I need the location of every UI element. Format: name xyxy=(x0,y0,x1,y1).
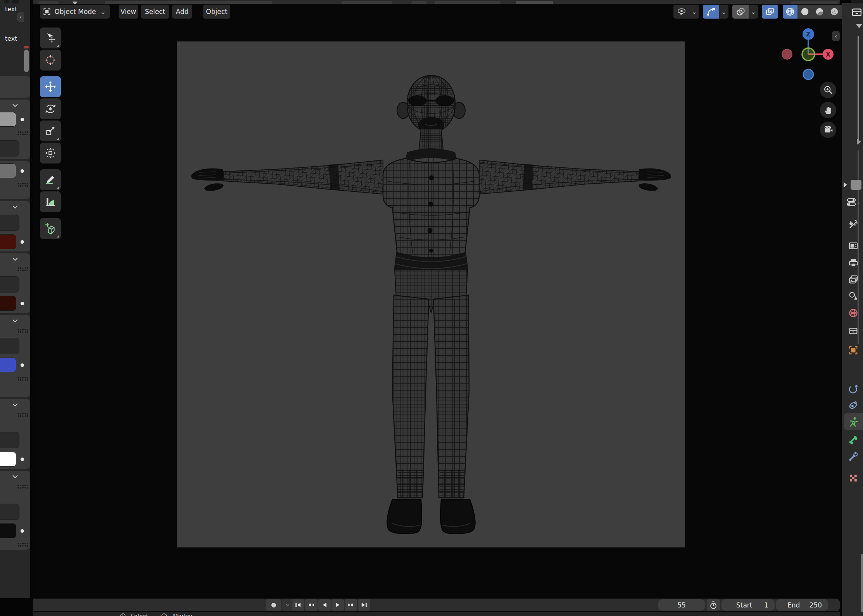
panel-input-field[interactable] xyxy=(0,138,30,158)
color-swatch[interactable] xyxy=(0,162,30,180)
color-swatch[interactable] xyxy=(0,356,30,374)
disclosure-down-icon[interactable] xyxy=(856,24,862,28)
section-chevron-icon[interactable] xyxy=(0,400,30,410)
xray-icon[interactable] xyxy=(762,5,778,19)
shading-rendered-icon[interactable] xyxy=(827,5,842,19)
play-reverse-button[interactable] xyxy=(318,599,331,611)
sidebar-collapse-icon[interactable]: ‹ xyxy=(832,31,840,41)
color-swatch[interactable] xyxy=(0,450,30,468)
shading-solid-icon[interactable] xyxy=(797,5,812,19)
link-dot[interactable] xyxy=(21,529,24,533)
color-swatch[interactable] xyxy=(0,522,30,540)
tool-annotate[interactable] xyxy=(40,169,61,190)
properties-tab-tool-icon[interactable] xyxy=(844,215,863,232)
camera-view-button[interactable] xyxy=(820,122,836,138)
frame-start-field[interactable]: Start 1 xyxy=(721,599,775,611)
drag-grip[interactable] xyxy=(0,410,30,419)
panel-input-field[interactable] xyxy=(0,335,30,356)
properties-tab-collection-icon[interactable] xyxy=(844,322,863,339)
link-dot[interactable] xyxy=(21,118,24,121)
properties-tab-texture-icon[interactable] xyxy=(844,470,863,487)
tool-cursor[interactable] xyxy=(40,50,61,71)
shading-material-preview-icon[interactable] xyxy=(812,5,827,19)
disclosure-right-icon[interactable] xyxy=(857,139,861,145)
auto-keying-stopwatch-button[interactable] xyxy=(707,599,720,611)
drag-grip[interactable] xyxy=(0,180,30,189)
properties-tab-editor-type-icon[interactable]: ⌄ xyxy=(844,194,863,211)
section-chevron-icon[interactable] xyxy=(0,100,30,110)
link-dot[interactable] xyxy=(21,458,24,461)
next-keyframe-button[interactable] xyxy=(345,599,357,611)
link-dot[interactable] xyxy=(21,240,24,244)
frame-end-field[interactable]: End 250 xyxy=(776,599,828,611)
shading-mode-switch[interactable]: ⌄ xyxy=(783,5,851,19)
properties-tab-object-data-icon[interactable] xyxy=(844,413,863,430)
properties-tab-physics-icon[interactable] xyxy=(844,380,863,397)
properties-tab-bone-constraint-icon[interactable] xyxy=(844,448,863,465)
overlays-toggle[interactable]: ⌄ xyxy=(732,5,758,19)
outliner-object-icon[interactable] xyxy=(851,180,861,190)
menu-view[interactable]: View xyxy=(119,5,138,19)
panel-input-field[interactable] xyxy=(0,429,30,450)
panel-input-field[interactable] xyxy=(0,501,30,522)
play-button[interactable] xyxy=(331,599,344,611)
tool-transform[interactable] xyxy=(40,143,61,163)
chevron-down-icon[interactable]: ⌄ xyxy=(719,5,728,19)
properties-tab-constraints-icon[interactable] xyxy=(844,397,863,414)
properties-tab-bone-icon[interactable] xyxy=(844,431,863,448)
current-frame-field[interactable]: 55 xyxy=(658,599,705,611)
section-chevron-icon[interactable] xyxy=(0,202,30,212)
link-dot[interactable] xyxy=(21,302,24,305)
zoom-button[interactable] xyxy=(820,82,836,98)
eye-icon[interactable] xyxy=(673,5,690,19)
axis-z-negative-ball[interactable] xyxy=(803,69,813,79)
eye-toggle[interactable]: ⌄ xyxy=(673,5,699,19)
shading-wireframe-icon[interactable] xyxy=(783,5,797,19)
link-dot[interactable] xyxy=(21,169,24,173)
menu-add[interactable]: Add xyxy=(172,5,192,19)
outliner-scrollbar[interactable] xyxy=(858,36,859,143)
section-chevron-icon[interactable] xyxy=(0,254,30,264)
menu-select[interactable]: Select xyxy=(141,5,169,19)
drag-grip[interactable] xyxy=(0,264,30,274)
marker-menu[interactable]: Marker xyxy=(173,613,193,616)
section-chevron-icon[interactable] xyxy=(0,471,30,482)
color-swatch[interactable] xyxy=(0,294,30,312)
panel-scrollbar[interactable] xyxy=(24,50,29,72)
panel-input-field[interactable] xyxy=(0,212,30,233)
previous-keyframe-button[interactable] xyxy=(305,599,318,611)
collapse-chevron-icon[interactable]: ‹ xyxy=(17,12,24,22)
record-button[interactable] xyxy=(266,599,281,611)
xray-toggle[interactable] xyxy=(762,5,778,19)
gizmo-toggle[interactable]: ⌄ xyxy=(703,5,728,19)
select-menu[interactable]: Select xyxy=(130,613,148,616)
gizmo-icon[interactable] xyxy=(703,5,719,19)
properties-tab-view-layer-icon[interactable] xyxy=(844,271,863,288)
drag-grip[interactable] xyxy=(0,326,30,335)
tool-scale[interactable] xyxy=(40,120,61,141)
drag-grip[interactable] xyxy=(0,374,30,383)
drag-grip[interactable] xyxy=(0,128,30,138)
chevron-down-icon[interactable]: ⌄ xyxy=(749,5,758,19)
properties-tab-render-icon[interactable] xyxy=(844,237,863,254)
chevron-down-icon[interactable]: ⌄ xyxy=(690,5,699,19)
color-swatch[interactable] xyxy=(0,233,30,251)
tool-move[interactable] xyxy=(40,76,61,97)
overlays-icon[interactable] xyxy=(732,5,749,19)
properties-tab-scene-icon[interactable] xyxy=(844,287,863,305)
properties-tab-world-icon[interactable] xyxy=(844,305,863,322)
properties-tab-output-icon[interactable] xyxy=(844,254,863,271)
jump-to-end-button[interactable] xyxy=(358,599,370,611)
axis-y-ball[interactable] xyxy=(802,48,815,60)
properties-scrollbar[interactable] xyxy=(861,554,863,612)
drag-grip[interactable] xyxy=(0,482,30,491)
drag-grip[interactable] xyxy=(0,540,30,549)
properties-tab-object-icon[interactable] xyxy=(844,342,863,359)
tool-measure[interactable] xyxy=(40,191,61,212)
tool-rotate[interactable] xyxy=(40,98,61,119)
render-canvas[interactable] xyxy=(177,41,685,547)
tool-select[interactable] xyxy=(40,28,61,48)
panel-input-field[interactable] xyxy=(0,274,30,294)
menu-object[interactable]: Object xyxy=(203,5,230,19)
axis-x-negative-ball[interactable] xyxy=(782,49,792,59)
